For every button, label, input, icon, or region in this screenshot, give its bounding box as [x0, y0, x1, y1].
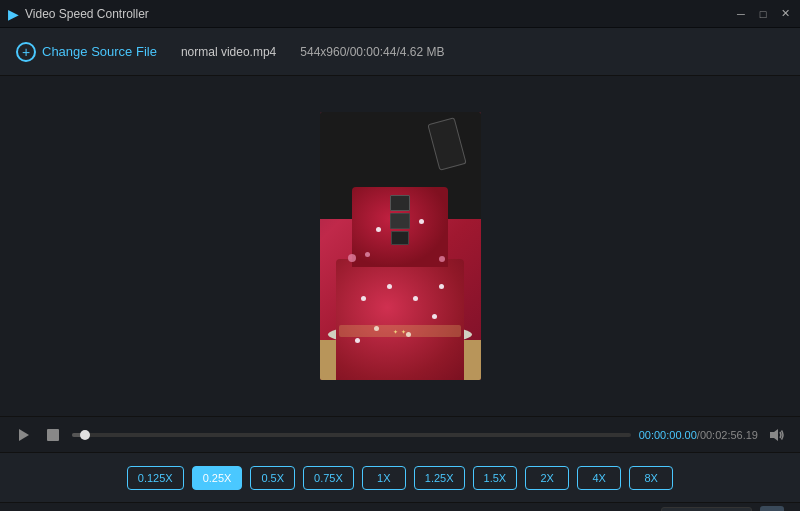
speed-btn-05[interactable]: 0.5X — [250, 466, 295, 490]
svg-rect-1 — [47, 429, 59, 441]
stop-button[interactable] — [42, 424, 64, 446]
restore-button[interactable]: □ — [756, 7, 770, 21]
speed-btn-8[interactable]: 8X — [629, 466, 673, 490]
title-bar: ▶ Video Speed Controller ─ □ ✕ — [0, 0, 800, 28]
toolbar: + Change Source File normal video.mp4 54… — [0, 28, 800, 76]
title-text: Video Speed Controller — [25, 7, 734, 21]
cake-tier1 — [336, 259, 465, 380]
change-source-label: Change Source File — [42, 44, 157, 59]
speed-btn-025[interactable]: 0.25X — [192, 466, 243, 490]
total-time: 00:02:56.19 — [700, 429, 758, 441]
play-icon — [15, 427, 31, 443]
minimize-button[interactable]: ─ — [734, 7, 748, 21]
export-wrapper: Export — [695, 502, 800, 511]
close-button[interactable]: ✕ — [778, 7, 792, 21]
speed-btn-4[interactable]: 4X — [577, 466, 621, 490]
play-button[interactable] — [12, 424, 34, 446]
file-name: normal video.mp4 — [181, 45, 276, 59]
window-controls: ─ □ ✕ — [734, 7, 792, 21]
video-area: ✦ ✦ — [0, 76, 800, 416]
stop-icon — [45, 427, 61, 443]
speed-btn-1[interactable]: 1X — [362, 466, 406, 490]
bottom-row1: Name: normal video_speed.mp4 ✏ Output: A… — [0, 500, 800, 511]
current-time: 00:00:00.00 — [639, 429, 697, 441]
speed-btn-125[interactable]: 1.25X — [414, 466, 465, 490]
speed-btn-0125[interactable]: 0.125X — [127, 466, 184, 490]
speed-btn-15[interactable]: 1.5X — [473, 466, 518, 490]
volume-button[interactable] — [766, 424, 788, 446]
speed-btn-2[interactable]: 2X — [525, 466, 569, 490]
app-icon: ▶ — [8, 6, 19, 22]
svg-marker-2 — [770, 429, 778, 441]
speed-section: 0.125X 0.25X 0.5X 0.75X 1X 1.25X 1.5X 2X… — [0, 452, 800, 502]
svg-marker-0 — [19, 429, 29, 441]
volume-icon — [769, 427, 785, 443]
speed-btn-075[interactable]: 0.75X — [303, 466, 354, 490]
video-preview: ✦ ✦ — [320, 112, 481, 380]
file-info: 544x960/00:00:44/4.62 MB — [300, 45, 444, 59]
bottom-bar: Name: normal video_speed.mp4 ✏ Output: A… — [0, 502, 800, 511]
controls-bar: 00:00:00.00/00:02:56.19 — [0, 416, 800, 452]
progress-thumb[interactable] — [80, 430, 90, 440]
plus-icon: + — [16, 42, 36, 62]
progress-bar[interactable] — [72, 433, 631, 437]
change-source-button[interactable]: + Change Source File — [16, 42, 157, 62]
time-display: 00:00:00.00/00:02:56.19 — [639, 429, 758, 441]
